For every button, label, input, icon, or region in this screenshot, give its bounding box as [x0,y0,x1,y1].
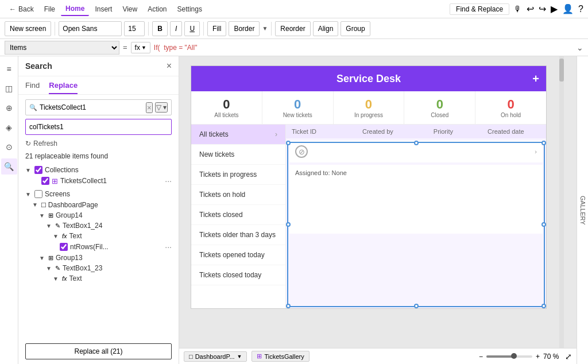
zoom-thumb[interactable] [511,353,517,359]
action-menu[interactable]: Action [143,3,171,16]
view-menu[interactable]: View [118,3,142,16]
side-icon-screens[interactable]: ◫ [1,80,17,96]
find-replace-button[interactable]: Find & Replace [450,3,509,15]
bold-button[interactable]: B [152,21,168,36]
dashboard-children: ▼ ⊞ Group14 ▼ ✎ TextBox1_24 ▼ [32,210,172,284]
ntrows-menu-icon[interactable]: ··· [165,242,172,251]
user-icon[interactable]: 👤 [562,3,574,14]
tickets-collect-checkbox[interactable] [41,177,49,185]
menu-tickets-in-progress[interactable]: Tickets in progress [191,165,285,185]
scrollbar-thumb[interactable] [559,59,564,82]
tree-text-label[interactable]: ▼ fx Text [53,231,172,241]
home-label: Home [65,5,84,13]
fill-button[interactable]: Fill [207,21,226,36]
tickets-gallery-button[interactable]: ⊞ TicketsGallery [252,351,309,362]
tickets-gallery-label: TicketsGallery [264,353,304,360]
back-button[interactable]: ← Back [5,3,38,16]
filter-button[interactable]: ▽ ▾ [155,102,168,113]
stat-closed: 0 Closed [404,91,475,124]
side-icon-variables[interactable]: ⊙ [1,139,17,155]
tree-ntrows[interactable]: ntRows(Fil... ··· [60,241,172,253]
chevron-down-icon-fx: ▼ [141,45,146,51]
add-ticket-button[interactable]: + [532,72,539,86]
undo-icon[interactable]: ↩ [527,3,534,14]
expand-icon[interactable]: ⤢ [565,352,572,361]
menu-older-3-days[interactable]: Tickets older than 3 days [191,225,285,245]
reorder-button[interactable]: Reorder [275,21,310,36]
col-created-date: Created date [488,128,524,135]
menu-tickets-closed[interactable]: Tickets closed [191,205,285,225]
insert-label: Insert [95,5,112,13]
back-arrow-icon: ← [9,5,16,13]
tree-screens-header[interactable]: ▼ Screens [25,189,172,199]
tree-group13[interactable]: ▼ ⊞ Group13 [39,253,172,263]
stat-in-progress: 0 In progress [334,91,405,124]
group14-label: Group14 [56,211,172,219]
refresh-button[interactable]: ↻ Refresh [25,140,57,148]
redo-icon[interactable]: ↪ [539,3,546,14]
italic-button[interactable]: I [170,21,182,36]
gallery-panel[interactable]: GALLERY [577,56,588,364]
font-size-input[interactable] [124,21,145,36]
tree-collections-header[interactable]: ▼ Collections [25,165,172,175]
tickets-collect-menu-icon[interactable]: ··· [165,176,172,185]
in-progress-label: In progress [354,112,383,118]
font-family-input[interactable] [59,21,122,36]
run-icon[interactable]: ▶ [551,3,558,14]
items-select[interactable]: Items [5,41,119,55]
insert-menu[interactable]: Insert [90,3,117,16]
collections-label: Collections [45,166,172,174]
canvas-area: Service Desk + 0 All tickets 0 New ticke… [179,56,577,364]
expand-formula-icon[interactable]: ⌄ [577,43,583,52]
screens-label: Screens [45,190,172,198]
row-arrow-right-icon: › [535,148,537,155]
tree-group14[interactable]: ▼ ⊞ Group14 [39,210,172,220]
menu-all-tickets[interactable]: All tickets › [191,125,285,145]
home-menu[interactable]: Home [61,2,89,16]
zoom-minus-icon[interactable]: − [479,353,483,361]
vertical-scrollbar[interactable] [559,56,564,348]
file-menu[interactable]: File [40,3,60,16]
find-input[interactable] [40,101,144,114]
side-icon-menu[interactable]: ≡ [1,61,17,77]
group-button[interactable]: Group [341,21,370,36]
tree-dashboard-page[interactable]: ▼ □ DashboardPage [32,199,172,210]
border-button[interactable]: Border [229,21,260,36]
menu-new-tickets[interactable]: New tickets [191,145,285,165]
menu-tickets-on-hold[interactable]: Tickets on hold [191,185,285,205]
chevron-group14-icon: ▼ [39,212,46,219]
new-screen-button[interactable]: New screen [5,21,51,36]
tree-tickets-collect[interactable]: ⊞ TicketsCollect1 ··· [32,175,172,187]
zoom-plus-icon[interactable]: + [536,353,540,361]
group13-icon: ⊞ [48,254,53,262]
side-icon-insert[interactable]: ⊕ [1,100,17,116]
align-button[interactable]: Align [313,21,339,36]
clear-find-button[interactable]: × [146,102,153,113]
zoom-slider[interactable] [486,355,532,358]
close-search-button[interactable]: × [167,61,172,71]
dashboard-page-button[interactable]: □ DashboardP... ▼ [184,351,247,362]
menu-closed-today[interactable]: Tickets closed today [191,265,285,285]
find-tab[interactable]: Find [25,79,40,94]
help-icon[interactable]: ? [578,4,583,14]
collections-checkbox[interactable] [34,166,42,174]
zoom-track [486,355,514,358]
menu-opened-today[interactable]: Tickets opened today [191,245,285,265]
formula-input[interactable] [154,41,573,55]
underline-button[interactable]: U [184,21,200,36]
fx-button[interactable]: fx ▼ [131,42,150,53]
tree-textbox1-23[interactable]: ▼ ✎ TextBox1_23 [46,263,172,273]
service-desk-title: Service Desk [336,73,401,85]
fx-tree-icon: fx [62,233,67,239]
settings-menu[interactable]: Settings [173,3,207,16]
tree-text2-label[interactable]: ▼ fx Text [53,273,172,284]
screens-checkbox[interactable] [34,190,42,198]
replace-tab[interactable]: Replace [49,79,78,94]
replace-input[interactable] [29,121,168,133]
side-icon-data[interactable]: ◈ [1,119,17,135]
ntrows-checkbox[interactable] [60,243,68,251]
side-icon-search[interactable]: 🔍 [1,158,17,175]
tree-textbox1-24[interactable]: ▼ ✎ TextBox1_24 [46,220,172,231]
bottom-bar: □ DashboardP... ▼ ⊞ TicketsGallery − + 7… [179,348,577,364]
replace-all-button[interactable]: Replace all (21) [25,343,172,359]
